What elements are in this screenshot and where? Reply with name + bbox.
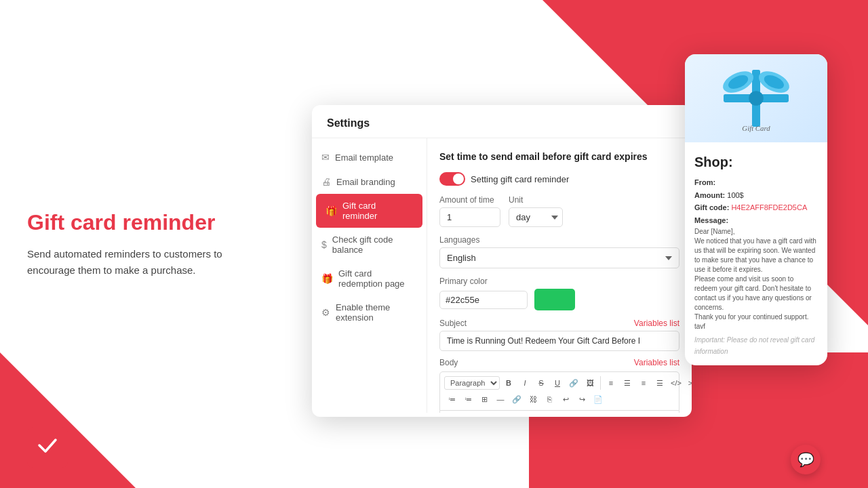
settings-body: ✉ Email template 🖨 Email branding 🎁 Gift… [312,138,692,413]
gift-card-amount-value: 100$ [727,191,743,199]
gift-card-amount: Amount: 100$ [694,189,818,202]
sidebar-item-email-branding[interactable]: 🖨 Email branding [312,169,427,194]
sidebar: ✉ Email template 🖨 Email branding 🎁 Gift… [312,138,427,413]
hero-description: Send automated reminders to customers to… [27,246,244,279]
languages-select[interactable]: English [439,247,679,268]
gift-card-message-text: Dear [Name],We noticed that you have a g… [694,227,818,331]
chat-button[interactable]: 💬 [791,445,821,474]
color-hex-input[interactable] [439,291,528,309]
subject-label: Subject [439,319,467,328]
toolbar-divider-1 [600,376,601,390]
align-left-button[interactable]: ≡ [604,375,618,390]
subject-variables-link[interactable]: Variables list [634,319,679,328]
body-group: Body Variables list Paragraph Heading 1 … [439,358,679,413]
italic-button[interactable]: I [517,375,532,390]
redo-button[interactable]: ↪ [574,392,589,407]
primary-color-label: Primary color [439,277,679,286]
file-button[interactable]: 📄 [591,392,606,407]
sidebar-item-label: Email branding [336,177,395,187]
gift-card-from: From: [694,176,818,189]
hr-button[interactable]: — [493,392,508,407]
number-list-button[interactable]: ≔ [460,392,475,407]
toolbar-row-3: 📄 [591,392,606,407]
logo-icon [37,434,58,461]
gift-card-bow-svg: Gift Card [715,58,797,139]
sidebar-item-enable-theme[interactable]: ⚙ Enable theme extension [312,296,427,329]
align-center-button[interactable]: ☰ [620,375,635,390]
sidebar-item-label: Check gift code balance [332,235,417,255]
undo-button[interactable]: ↩ [558,392,573,407]
subject-header: Subject Variables list [439,319,679,328]
body-header: Body Variables list [439,358,679,367]
sidebar-item-label: Gift card reminder [342,201,413,221]
unit-group: Unit day week month [509,195,563,227]
sidebar-item-gift-card-redemption[interactable]: 🎁 Gift card redemption page [312,262,427,296]
sidebar-item-gift-card-reminder[interactable]: 🎁 Gift card reminder [316,194,422,228]
logo [27,427,68,468]
bold-button[interactable]: B [501,375,516,390]
table-button[interactable]: ⊞ [477,392,492,407]
bg-bottom-left [0,352,136,488]
settings-panel: Settings ✉ Email template 🖨 Email brandi… [312,105,692,417]
link-button[interactable]: 🔗 [566,375,581,390]
unit-label: Unit [509,195,563,205]
svg-text:Gift Card: Gift Card [742,124,770,132]
unit-select[interactable]: day week month [509,207,563,227]
gift-card-reminder-toggle[interactable] [439,172,465,186]
editor-area[interactable] [439,411,679,413]
check-gift-code-icon: $ [321,239,327,250]
primary-color-group: Primary color [439,277,679,310]
main-title: Set time to send email before gift card … [439,150,679,163]
paragraph-select[interactable]: Paragraph Heading 1 Heading 2 [444,376,500,390]
languages-label: Languages [439,235,679,245]
body-variables-link[interactable]: Variables list [634,358,679,367]
amount-group: Amount of time [439,195,500,227]
toolbar-row-2: ≔ ≔ ⊞ — 🔗 ⛓ ⎘ ↩ ↪ [444,392,589,407]
gift-card-reminder-icon: 🎁 [326,205,337,216]
toggle-row: Setting gift card reminder [439,172,679,186]
settings-header: Settings [312,105,692,138]
svg-point-14 [749,91,764,106]
align-justify-button[interactable]: ☰ [652,375,667,390]
color-preview [534,289,575,310]
hero-section: Gift card reminder Send automated remind… [27,209,244,279]
color-row [439,289,679,310]
underline-button[interactable]: U [550,375,565,390]
editor-toolbar: Paragraph Heading 1 Heading 2 B I S U 🔗 … [439,371,679,411]
gift-card-code-row: Gift code: H4E2AFF8FDE2D5CA [694,201,818,214]
unlink-button[interactable]: ⛓ [526,392,540,407]
amount-unit-row: Amount of time Unit day week month [439,195,679,227]
languages-group: Languages English [439,235,679,268]
gift-card-redemption-icon: 🎁 [321,273,333,284]
email-template-icon: ✉ [321,152,330,163]
email-branding-icon: 🖨 [321,176,331,187]
toolbar-row-1: Paragraph Heading 1 Heading 2 B I S U 🔗 … [444,375,692,390]
code-button[interactable]: </> [669,375,684,390]
subject-input[interactable] [439,331,679,351]
gift-card-important-note: Important: Please do not reveal gift car… [694,334,818,357]
amount-input[interactable] [439,207,500,227]
strikethrough-button[interactable]: S [534,375,549,390]
hyperlink-button[interactable]: 🔗 [509,392,524,407]
chat-icon: 💬 [797,451,814,468]
subject-group: Subject Variables list [439,319,679,351]
settings-main-content: Set time to send email before gift card … [427,138,692,413]
copy-button[interactable]: ⎘ [542,392,557,407]
gift-card-floating: Gift Card Shop: From: Amount: 100$ Gift … [685,54,827,365]
bullet-list-button[interactable]: ≔ [444,392,459,407]
gift-card-image: Gift Card [685,54,827,142]
toggle-label: Setting gift card reminder [471,174,569,184]
gift-card-shop: Shop: [694,150,818,174]
hero-title: Gift card reminder [27,209,244,235]
terminal-button[interactable]: >_ [685,375,692,390]
align-right-button[interactable]: ≡ [636,375,651,390]
image-button[interactable]: 🖼 [583,375,597,390]
sidebar-item-email-template[interactable]: ✉ Email template [312,145,427,169]
enable-theme-icon: ⚙ [321,307,330,318]
gift-card-info: Shop: From: Amount: 100$ Gift code: H4E2… [685,142,827,365]
sidebar-item-label: Email template [335,152,393,163]
sidebar-item-check-gift-code[interactable]: $ Check gift code balance [312,228,427,262]
sidebar-item-label: Enable theme extension [336,302,417,323]
amount-label: Amount of time [439,195,500,205]
gift-card-message-label: Message: [694,214,818,227]
